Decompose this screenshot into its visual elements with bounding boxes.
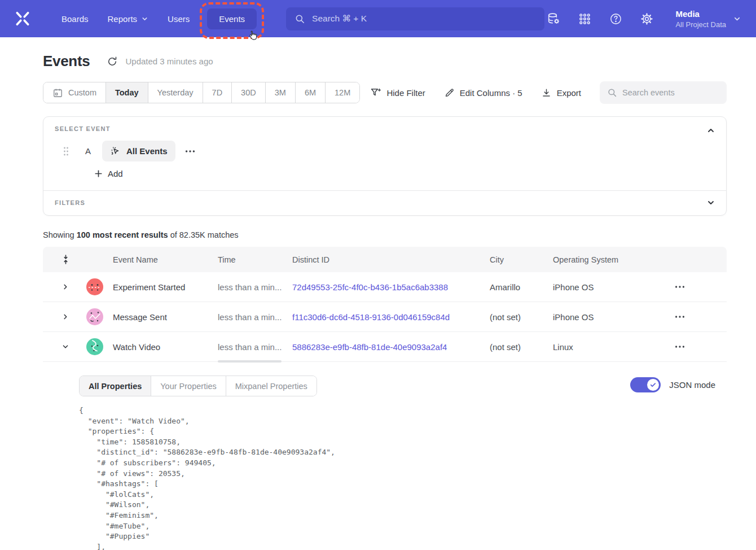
- cell-distinct-id-link[interactable]: 72d49553-25fc-4f0c-b436-1b5ac6ab3388: [292, 282, 490, 292]
- json-mode-label: JSON mode: [669, 380, 715, 390]
- nav-item-events[interactable]: Events: [207, 8, 257, 29]
- pencil-icon: [444, 88, 455, 98]
- cell-city: (not set): [490, 312, 553, 322]
- main-content: Events Updated 3 minutes ago Custom Toda…: [43, 53, 727, 550]
- global-search-placeholder: Search ⌘ + K: [312, 14, 367, 24]
- collapse-row-chevron-down-icon[interactable]: [59, 341, 72, 353]
- project-name: Media: [675, 8, 726, 20]
- json-properties-view: { "event": "Watch Video", "properties": …: [79, 405, 715, 550]
- events-table: Event Name Time Distinct ID City Operati…: [43, 247, 727, 550]
- cell-os: Linux: [553, 342, 674, 352]
- column-header-time[interactable]: Time: [218, 255, 292, 264]
- cursor-hand-icon: [247, 27, 260, 42]
- cell-event-name: Message Sent: [113, 312, 218, 322]
- row-more-options-button[interactable]: [674, 284, 727, 290]
- help-icon[interactable]: [609, 12, 622, 25]
- collapse-all-rows-icon[interactable]: [61, 255, 70, 264]
- refresh-icon[interactable]: [107, 56, 118, 67]
- drag-handle[interactable]: [63, 146, 69, 156]
- table-row-expanded[interactable]: Watch Video less than a min... 5886283e-…: [43, 332, 727, 362]
- plus-icon: [94, 169, 103, 178]
- add-event-button[interactable]: Add: [94, 169, 123, 178]
- json-line: ],: [79, 542, 715, 550]
- json-line: "# of subscribers": 949405,: [79, 458, 715, 469]
- json-line: "# of views": 20535,: [79, 469, 715, 479]
- export-button[interactable]: Export: [541, 88, 581, 98]
- date-7d-button[interactable]: 7D: [203, 82, 232, 103]
- json-line: "#Feminism",: [79, 510, 715, 521]
- column-header-city[interactable]: City: [490, 255, 553, 264]
- row-more-options-button[interactable]: [674, 344, 727, 350]
- nav-item-boards[interactable]: Boards: [52, 8, 98, 29]
- table-row[interactable]: Message Sent less than a min... f11c30d6…: [43, 302, 727, 332]
- tab-all-properties[interactable]: All Properties: [80, 376, 151, 396]
- cell-time: less than a min...: [218, 342, 292, 352]
- nav-item-users[interactable]: Users: [158, 8, 199, 29]
- event-avatar: [86, 308, 103, 325]
- json-line: "time": 1585810758,: [79, 437, 715, 448]
- chevron-down-icon: [733, 15, 741, 23]
- row-more-options-button[interactable]: [674, 314, 727, 320]
- search-events-field: [600, 81, 727, 104]
- cell-distinct-id-link[interactable]: 5886283e-e9fb-48fb-81de-40e9093a2af4: [292, 342, 490, 352]
- chevron-down-icon: [141, 15, 148, 23]
- event-more-options-button[interactable]: [184, 149, 196, 154]
- tab-your-properties[interactable]: Your Properties: [151, 376, 226, 396]
- date-custom-button[interactable]: Custom: [43, 82, 106, 103]
- apps-grid-icon[interactable]: [578, 12, 591, 25]
- json-line: {: [79, 405, 715, 416]
- date-3m-button[interactable]: 3M: [265, 82, 295, 103]
- table-header-row: Event Name Time Distinct ID City Operati…: [43, 247, 727, 272]
- date-6m-button[interactable]: 6M: [295, 82, 325, 103]
- cell-city: (not set): [490, 342, 553, 352]
- event-avatar: [86, 278, 103, 295]
- search-events-input[interactable]: [622, 88, 719, 97]
- column-header-event-name[interactable]: Event Name: [113, 255, 218, 264]
- json-mode-toggle[interactable]: [630, 377, 661, 392]
- table-row[interactable]: Experiment Started less than a min... 72…: [43, 272, 727, 302]
- expand-row-chevron-right-icon[interactable]: [59, 281, 72, 293]
- date-yesterday-button[interactable]: Yesterday: [148, 82, 203, 103]
- download-icon: [541, 88, 552, 98]
- date-range-group: Custom Today Yesterday 7D 30D 3M 6M 12M: [43, 82, 360, 103]
- project-switcher[interactable]: Media All Project Data: [675, 8, 741, 29]
- collapse-select-event-chevron[interactable]: [705, 124, 717, 137]
- properties-tabs: All Properties Your Properties Mixpanel …: [79, 376, 317, 396]
- tab-mixpanel-properties[interactable]: Mixpanel Properties: [226, 376, 317, 396]
- event-selector-button[interactable]: All Events: [102, 141, 175, 161]
- date-30d-button[interactable]: 30D: [231, 82, 265, 103]
- edit-columns-button[interactable]: Edit Columns · 5: [444, 88, 522, 98]
- filters-section: FILTERS: [43, 190, 726, 215]
- date-12m-button[interactable]: 12M: [325, 82, 359, 103]
- mixpanel-logo-icon[interactable]: [15, 11, 30, 27]
- event-row-letter: A: [83, 146, 93, 156]
- date-today-button[interactable]: Today: [106, 82, 148, 103]
- event-avatar: [86, 338, 103, 355]
- expand-row-chevron-right-icon[interactable]: [59, 311, 72, 323]
- search-icon: [295, 14, 305, 24]
- sparkle-cursor-icon: [110, 146, 121, 157]
- cell-event-name: Experiment Started: [113, 282, 218, 292]
- column-header-os[interactable]: Operating System: [553, 255, 674, 264]
- updated-timestamp: Updated 3 minutes ago: [125, 56, 213, 66]
- json-line: "#Puppies": [79, 531, 715, 542]
- cell-distinct-id-link[interactable]: f11c30d6-dc6d-4518-9136-0d046159c84d: [292, 312, 490, 322]
- nav-item-reports[interactable]: Reports: [98, 8, 159, 29]
- filter-funnel-icon: [370, 87, 381, 98]
- settings-gear-icon[interactable]: [640, 12, 653, 25]
- hide-filter-button[interactable]: Hide Filter: [370, 87, 425, 98]
- cell-time: less than a min...: [218, 282, 292, 292]
- calendar-icon: [52, 88, 63, 98]
- cell-os: iPhone OS: [553, 282, 674, 292]
- column-header-distinct-id[interactable]: Distinct ID: [292, 255, 490, 264]
- event-query-row: A All Events: [55, 141, 715, 161]
- data-management-icon[interactable]: [547, 12, 560, 25]
- search-icon: [607, 88, 617, 98]
- json-line: "#meTube",: [79, 521, 715, 532]
- toggle-knob-check-icon: [647, 379, 659, 391]
- results-summary: Showing 100 most recent results of 82.35…: [43, 230, 727, 239]
- expand-filters-chevron[interactable]: [705, 197, 717, 209]
- global-search-input[interactable]: Search ⌘ + K: [286, 7, 544, 30]
- json-line: "event": "Watch Video",: [79, 416, 715, 427]
- json-line: "properties": {: [79, 426, 715, 437]
